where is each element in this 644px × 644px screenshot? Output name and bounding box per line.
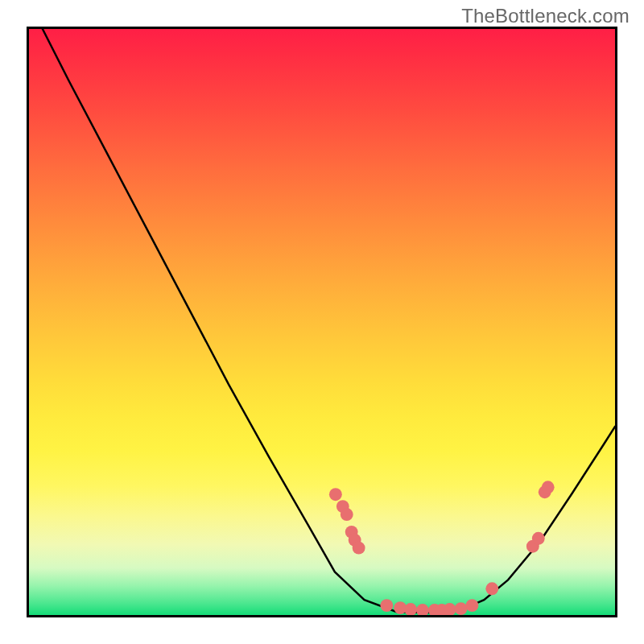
- data-point: [380, 599, 393, 612]
- data-point: [353, 542, 365, 555]
- data-point: [404, 603, 417, 615]
- data-point: [329, 488, 342, 501]
- data-point: [542, 481, 555, 493]
- data-point: [416, 604, 429, 615]
- data-point: [341, 508, 353, 521]
- data-point: [466, 599, 479, 612]
- data-point: [485, 582, 498, 595]
- watermark-text: TheBottleneck.com: [461, 5, 630, 27]
- bottleneck-curve: [43, 29, 615, 613]
- data-point: [532, 532, 545, 545]
- data-point: [455, 602, 468, 615]
- curve-layer: [29, 29, 615, 615]
- data-point: [444, 603, 456, 615]
- chart-container: TheBottleneck.com: [0, 0, 644, 644]
- data-markers: [329, 481, 555, 615]
- plot-area: [27, 27, 617, 617]
